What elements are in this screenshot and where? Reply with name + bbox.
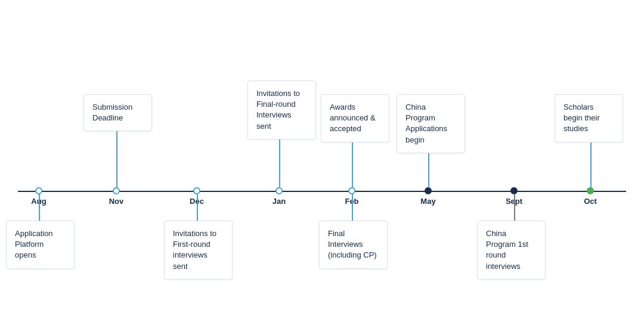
timeline-container: AugNovDecJanFebMaySeptOctSubmission Dead…	[0, 36, 644, 313]
card-final-interviews: Final Interviews (including CP)	[319, 221, 388, 269]
month-label-jan: Jan	[273, 197, 286, 206]
card-submission-deadline: Submission Deadline	[83, 94, 152, 131]
timeline-dot-nov	[113, 187, 120, 194]
card-china-applications: China Program Applications begin	[397, 94, 465, 153]
connector-china-interviews	[514, 194, 515, 221]
timeline-dot-may	[425, 187, 432, 194]
card-awards-announced: Awards announced & accepted	[321, 94, 389, 142]
card-app-platform: Application Platform opens	[6, 221, 75, 269]
connector-final-interviews	[352, 194, 353, 221]
card-invitations-first: Invitations to First-round interviews se…	[164, 221, 233, 280]
timeline-dot-oct	[587, 187, 594, 194]
connector-invitations-first	[197, 194, 198, 221]
month-label-nov: Nov	[109, 197, 124, 206]
timeline-line	[18, 191, 626, 192]
month-label-may: May	[420, 197, 435, 206]
card-scholars-begin: Scholars begin their studies	[555, 94, 623, 142]
card-invitations-final: Invitations to Final-round Interviews se…	[247, 80, 316, 140]
connector-app-platform	[39, 194, 40, 221]
timeline-dot-jan	[275, 187, 283, 194]
card-china-interviews: China Program 1st round interviews	[477, 221, 546, 280]
month-label-oct: Oct	[584, 197, 597, 206]
